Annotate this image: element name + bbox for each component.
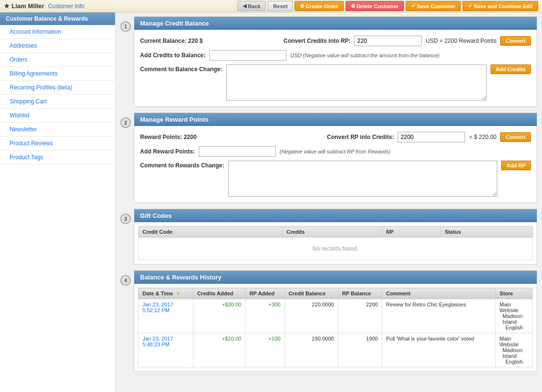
current-balance-label: Current Balance: 220 $ [140,38,203,44]
comment-balance-label: Comment to Balance Change: [140,64,222,73]
history-row1-credit-balance: 220.0000 [284,299,338,333]
step4-area: 4 [120,270,131,286]
check-icon-2: ✓ [468,3,472,9]
comment-rp-label: Comment to Rewards Change: [140,161,224,169]
header-right: ◀ Back Reset ⊕ Create Order ⊗ Delete Cus… [237,1,538,11]
sidebar-item-account-information[interactable]: Account Information [0,25,115,39]
gift-col-status: Status [441,227,533,238]
sidebar-item-orders[interactable]: Orders [0,53,115,67]
history-row1-rp-added: +300 [245,299,284,333]
add-rp-input[interactable] [199,146,276,157]
delete-customer-button[interactable]: ⊗ Delete Customer [346,1,404,11]
history-col-date[interactable]: Date & Time ▼ [139,288,194,299]
history-table: Date & Time ▼ Credits Added RP Added Cre… [138,288,533,367]
history-panel: Balance & Rewards History Date & Time ▼ … [134,270,537,372]
credit-balance-section-wrapper: 1 Manage Credit Balance Current Balance:… [120,16,537,107]
sidebar-item-billing-agreements[interactable]: Billing Agreements [0,67,115,81]
reset-button[interactable]: Reset [268,1,293,11]
add-rp-label: Add Reward Points: [140,148,195,155]
history-col-rp-balance: RP Balance [338,288,382,299]
step3-circle: 3 [120,214,131,224]
history-row1-comment: Review for Retro Chic Eyeglasses [382,299,495,333]
add-rp-button[interactable]: Add RP [501,161,531,170]
history-row2-credits-added: +$10.00 [193,333,245,367]
step1-circle: 1 [120,21,131,32]
convert-result-text: USD = 2200 Reward Points [426,38,496,44]
save-customer-button[interactable]: ✓ Save Customer [406,1,461,11]
breadcrumb-link[interactable]: Customer Info [48,3,84,10]
reward-points-row: Reward Points: 2200 Convert RP into Cred… [140,132,531,142]
comment-balance-textarea[interactable] [226,64,487,101]
gift-col-code: Credit Code [139,227,283,238]
history-col-rp-added: RP Added [245,288,284,299]
star-icon: ★ [4,2,10,10]
comment-rp-row: Comment to Rewards Change: Add RP [140,161,531,197]
history-col-store: Store [495,288,532,299]
add-rp-note: (Negative value will subtract RP from Re… [280,149,390,154]
convert-rp-button[interactable]: Convert [500,132,531,142]
history-col-credit-balance: Credit Balance [284,288,338,299]
history-row1-store: MainWebsite Madison Island English [495,299,532,333]
step2-circle: 2 [120,117,131,128]
page-body: Customer Balance & Rewards Account Infor… [0,13,542,392]
sidebar: Customer Balance & Rewards Account Infor… [0,13,116,392]
sidebar-item-newsletter[interactable]: Newsletter [0,123,115,137]
delete-icon: ⊗ [351,3,355,9]
current-balance-row: Current Balance: 220 $ Convert Credits i… [140,36,531,46]
convert-rp-input[interactable] [398,132,465,142]
comment-rp-textarea[interactable] [228,161,498,197]
customer-name: ★ Liam Miller [4,2,44,10]
sidebar-item-shopping-cart[interactable]: Shopping Cart [0,95,115,109]
gift-codes-header: Gift Codes [134,209,537,222]
top-header: ★ Liam Miller Customer Info ◀ Back Reset… [0,0,542,13]
history-row2-store: MainWebsite Madison Island English [495,333,532,367]
sort-icon: ▼ [176,291,181,296]
history-col-comment: Comment [382,288,495,299]
history-row2-date: Jan 23, 2017 5:48:23 PM [139,333,194,367]
back-icon: ◀ [243,3,246,9]
history-header: Balance & Rewards History [134,271,537,284]
sidebar-item-recurring-profiles[interactable]: Recurring Profiles (beta) [0,81,115,95]
reward-points-section-wrapper: 2 Manage Reward Points Reward Points: 22… [120,113,537,203]
history-body: Date & Time ▼ Credits Added RP Added Cre… [134,284,537,371]
sidebar-item-product-tags[interactable]: Product Tags [0,151,115,164]
save-continue-button[interactable]: ✓ Save and Continue Edit [463,1,538,11]
step1-area: 1 [120,16,131,32]
gift-codes-table: Credit Code Credits RP Status No records… [138,226,533,260]
plus-icon: ⊕ [300,3,304,9]
gift-codes-body: Credit Code Credits RP Status No records… [134,222,537,264]
step3-area: 3 [120,209,131,224]
gift-col-credits: Credits [283,227,382,238]
convert-credits-label: Convert Credits into RP: [284,38,350,44]
back-button[interactable]: ◀ Back [237,1,266,11]
reward-points-label: Reward Points: 2200 [140,134,196,140]
credit-balance-body: Current Balance: 220 $ Convert Credits i… [134,30,537,106]
sidebar-section-title: Customer Balance & Rewards [0,13,115,25]
gift-codes-section-wrapper: 3 Gift Codes Credit Code Credits RP Stat… [120,209,537,265]
add-credits-input[interactable] [209,50,286,61]
convert-rp-result: = $ 220.00 [469,134,496,140]
sidebar-item-wishlist[interactable]: Wishlist [0,109,115,123]
add-credits-row: Add Credits to Balance: USD (Negative va… [140,50,531,61]
history-row1-credits-added: +$30.00 [193,299,245,333]
history-row2-comment: Poll 'What is your favorite color' voted [382,333,495,367]
step4-circle: 4 [120,275,131,286]
header-left: ★ Liam Miller Customer Info [4,2,84,10]
convert-credits-button[interactable]: Convert [500,36,531,46]
sidebar-item-addresses[interactable]: Addresses [0,39,115,53]
create-order-button[interactable]: ⊕ Create Order [295,1,343,11]
history-row2-rp-added: +100 [245,333,284,367]
sidebar-item-product-reviews[interactable]: Product Reviews [0,137,115,151]
history-row1-rp-balance: 2200 [338,299,382,333]
reward-points-header: Manage Reward Points [134,113,537,126]
credit-balance-panel: Manage Credit Balance Current Balance: 2… [134,16,537,107]
history-row-2: Jan 23, 2017 5:48:23 PM +$10.00 +100 190… [139,333,533,367]
convert-rp-label: Convert RP into Credits: [327,134,394,140]
convert-credits-input[interactable] [354,36,422,46]
gift-no-records-cell: No records found. [139,238,533,260]
gift-no-records-row: No records found. [139,238,533,260]
add-credits-label: Add Credits to Balance: [140,52,206,59]
add-credits-button[interactable]: Add Credits [490,64,531,74]
main-content: 1 Manage Credit Balance Current Balance:… [116,13,542,392]
reward-points-panel: Manage Reward Points Reward Points: 2200… [134,113,537,203]
